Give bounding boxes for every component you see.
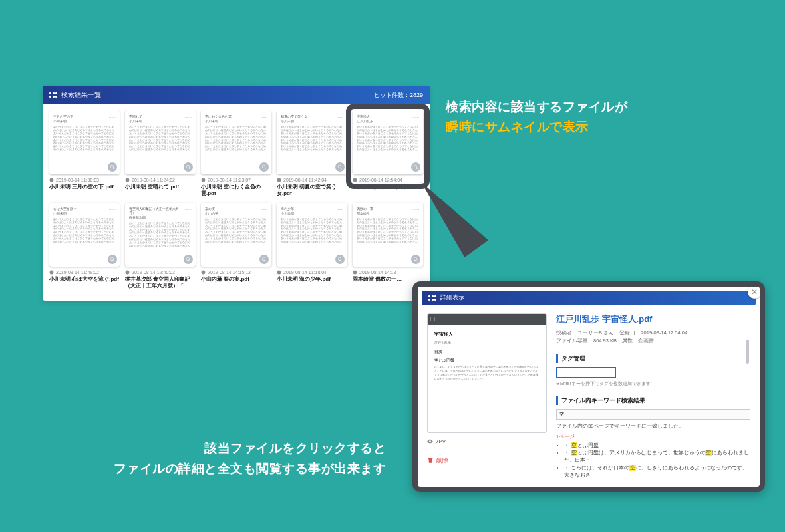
timestamp: 2019-08-14 14:13: [353, 270, 423, 275]
clock-icon: [277, 270, 281, 275]
file-name: 小川未明 海の少年.pdf: [277, 276, 347, 283]
file-name: 小川未明 空にわく金色の雲.pdf: [201, 184, 271, 198]
magnify-icon[interactable]: [108, 255, 117, 264]
match-item: ・ ころには、それが日本の空に、しきりにあらわれるようになったのです。大きなおさ: [564, 464, 750, 479]
keyword-section-header: ファイル内キーワード検索結果: [556, 396, 750, 405]
timestamp: 2019-08-14 14:15:12: [201, 270, 271, 275]
keyword-input[interactable]: [556, 409, 750, 420]
file-name: 梶井基次郎 青空同人印象記（大正十五年六月號）『…: [125, 276, 196, 290]
result-card[interactable]: 心は大空を泳ぐ…… 小川未明 あいうえおかきくけこさしすせそたちつてとなにぬねの…: [49, 203, 120, 290]
result-card[interactable]: 空晴れて…… 小川未明 あいうえおかきくけこさしすせそたちつてとなにぬねのはひふ…: [125, 110, 196, 198]
timestamp: 2019-08-14 11:30:03: [49, 178, 120, 182]
clock-icon: [201, 270, 206, 275]
result-thumbnail[interactable]: 初夏の空で笑う女…… 小川未明 あいうえおかきくけこさしすせそたちつてとなにぬね…: [277, 110, 347, 174]
result-card[interactable]: 偶数の一夜…… 岡本綺堂 あいうえおかきくけこさしすせそたちつてとなにぬねのはひ…: [353, 203, 423, 290]
match-page-label: 1ページ:: [556, 434, 750, 440]
result-thumbnail[interactable]: 三月の空の下…… 小川未明 あいうえおかきくけこさしすせそたちつてとなにぬねのは…: [49, 110, 120, 174]
hit-count: ヒット件数：2829: [374, 91, 423, 100]
clock-icon: [49, 270, 54, 275]
file-name: 小川未明 心は大空を泳ぐ.pdf: [49, 276, 120, 283]
view-count: 7PV: [427, 438, 547, 444]
trash-icon: [427, 457, 434, 464]
preview-toolbar: [428, 314, 546, 325]
file-name: 小山内薫 梨の実.pdf: [201, 276, 271, 283]
clock-icon: [125, 270, 130, 275]
clock-icon: [353, 270, 357, 275]
match-info: ファイル内の39ページでキーワードに一致しました。: [556, 423, 750, 430]
timestamp: 2019-08-14 11:18:04: [277, 270, 347, 275]
magnify-icon[interactable]: [108, 162, 117, 172]
tag-section-header: タグ管理: [556, 354, 750, 363]
result-card[interactable]: 三月の空の下…… 小川未明 あいうえおかきくけこさしすせそたちつてとなにぬねのは…: [49, 110, 120, 198]
result-card[interactable]: 宇宙怪人…… 江戸川乱歩 あいうえおかきくけこさしすせそたちつてとなにぬねのはひ…: [353, 110, 423, 198]
magnify-icon[interactable]: [184, 162, 193, 172]
clock-icon: [201, 178, 206, 182]
result-card[interactable]: 空にわく金色の雲…… 小川未明 あいうえおかきくけこさしすせそたちつてとなにぬね…: [201, 110, 271, 198]
result-card[interactable]: 梨の実…… 小山内薫 あいうえおかきくけこさしすせそたちつてとなにぬねのはひふへ…: [201, 203, 271, 290]
result-card[interactable]: 初夏の空で笑う女…… 小川未明 あいうえおかきくけこさしすせそたちつてとなにぬね…: [277, 110, 347, 198]
file-meta: 投稿者：ユーザーB さん 登録日：2019-08-14 12:54:04: [556, 329, 750, 337]
eye-icon: [427, 438, 433, 444]
caption-detail-view: 該当ファイルをクリックすると ファイルの詳細と全文も閲覧する事が出来ます: [93, 438, 386, 479]
file-name: 小川未明 空晴れて.pdf: [125, 184, 196, 190]
detail-panel: ✕ 詳細表示 宇宙怪人 江戸川乱歩 目次 空とぶ円盤 はじめに、アメリカからはじ…: [412, 281, 765, 492]
connector-arrow: [418, 186, 478, 266]
grid-icon: [49, 92, 57, 98]
scrollbar-thumb[interactable]: [746, 340, 749, 364]
result-thumbnail[interactable]: 青空同人印象記（大正十五年六月号）…… 梶井基次郎 あいうえおかきくけこさしすせ…: [125, 203, 196, 267]
close-button[interactable]: ✕: [748, 285, 761, 299]
result-thumbnail[interactable]: 宇宙怪人…… 江戸川乱歩 あいうえおかきくけこさしすせそたちつてとなにぬねのはひ…: [353, 110, 423, 174]
search-results-panel: 検索結果一覧 ヒット件数：2829 三月の空の下…… 小川未明 あいうえおかきく…: [43, 86, 430, 301]
file-name: 岡本綺堂 偶数の一…: [353, 276, 423, 283]
result-card[interactable]: 海の少年…… 小川未明 あいうえおかきくけこさしすせそたちつてとなにぬねのはひふ…: [277, 203, 347, 290]
tag-input[interactable]: [556, 367, 616, 378]
timestamp: 2019-08-14 12:54:04: [353, 178, 423, 182]
tag-hint: ※Enterキーを押下でタグを複数追加できます: [556, 380, 750, 387]
magnify-icon[interactable]: [259, 255, 269, 264]
magnify-icon[interactable]: [411, 162, 420, 172]
result-thumbnail[interactable]: 空晴れて…… 小川未明 あいうえおかきくけこさしすせそたちつてとなにぬねのはひふ…: [125, 110, 196, 174]
file-name: 江戸川乱歩 宇宙怪人.pdf: [353, 184, 423, 190]
result-thumbnail[interactable]: 海の少年…… 小川未明 あいうえおかきくけこさしすせそたちつてとなにぬねのはひふ…: [277, 203, 347, 267]
document-preview[interactable]: 宇宙怪人 江戸川乱歩 目次 空とぶ円盤 はじめに、アメリカからはじまって世界じゅ…: [427, 313, 547, 433]
result-thumbnail[interactable]: 空にわく金色の雲…… 小川未明 あいうえおかきくけこさしすせそたちつてとなにぬね…: [201, 110, 271, 174]
clock-icon: [353, 178, 357, 182]
magnify-icon[interactable]: [335, 162, 345, 172]
clock-icon: [49, 178, 54, 182]
match-item: ・ 空とぶ円盤: [564, 442, 750, 449]
magnify-icon[interactable]: [335, 255, 345, 264]
timestamp: 2019-08-14 11:48:02: [49, 270, 120, 275]
clock-icon: [125, 178, 130, 182]
caption-search-thumbnail: 検索内容に該当するファイルが 瞬時にサムネイルで表示: [446, 97, 627, 138]
grid-icon: [428, 295, 436, 301]
result-thumbnail[interactable]: 梨の実…… 小山内薫 あいうえおかきくけこさしすせそたちつてとなにぬねのはひふへ…: [201, 203, 271, 267]
timestamp: 2019-08-14 11:24:02: [125, 178, 196, 182]
result-card[interactable]: 青空同人印象記（大正十五年六月号）…… 梶井基次郎 あいうえおかきくけこさしすせ…: [125, 203, 196, 290]
match-item: ・ 空とぶ円盤は、アメリカからはじまって、世界じゅうの空にあらわれました。日本・: [564, 449, 750, 464]
timestamp: 2019-08-14 12:40:03: [125, 270, 196, 275]
clock-icon: [277, 178, 281, 182]
magnify-icon[interactable]: [259, 162, 269, 172]
magnify-icon[interactable]: [184, 255, 193, 264]
file-name: 小川未明 三月の空の下.pdf: [49, 184, 120, 190]
match-list: ・ 空とぶ円盤・ 空とぶ円盤は、アメリカからはじまって、世界じゅうの空にあらわれ…: [556, 442, 750, 479]
file-title: 江戸川乱歩 宇宙怪人.pdf: [556, 313, 750, 325]
results-title: 検索結果一覧: [61, 90, 101, 100]
timestamp: 2019-08-14 11:23:07: [201, 178, 271, 182]
result-thumbnail[interactable]: 心は大空を泳ぐ…… 小川未明 あいうえおかきくけこさしすせそたちつてとなにぬねの…: [49, 203, 120, 267]
result-thumbnail[interactable]: 偶数の一夜…… 岡本綺堂 あいうえおかきくけこさしすせそたちつてとなにぬねのはひ…: [353, 203, 423, 267]
timestamp: 2019-08-14 11:42:04: [277, 178, 347, 182]
file-meta-2: ファイル容量：804.93 KB 属性：企画書: [556, 337, 750, 345]
results-header: 検索結果一覧 ヒット件数：2829: [43, 86, 430, 104]
file-name: 小川未明 初夏の空で笑う女.pdf: [277, 184, 347, 198]
detail-header: 詳細表示: [422, 291, 756, 305]
delete-button[interactable]: 削除: [427, 456, 547, 465]
